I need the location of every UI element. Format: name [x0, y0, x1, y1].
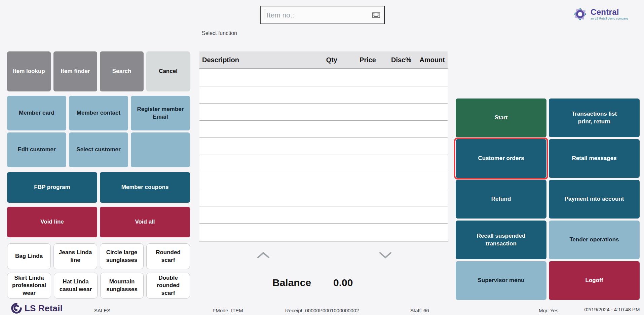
column-header-price: Price	[337, 56, 376, 64]
tender-operations-button[interactable]: Tender operations	[549, 221, 640, 259]
central-brand: Central an LS Retail demo company	[573, 7, 628, 22]
select-function-label: Select function	[202, 30, 237, 36]
select-customer-button[interactable]: Select customer	[69, 132, 128, 167]
member-button-row-1: Member cardMember contactRegister member…	[7, 96, 190, 130]
supervisor-menu-button[interactable]: Supervisor menu	[456, 261, 546, 300]
balance-label: Balance	[272, 277, 311, 288]
program-button-row: FBP programMember coupons	[7, 172, 190, 203]
central-logo-icon	[573, 7, 588, 22]
function-button-grid: StartTransactions list print, returnCust…	[456, 99, 640, 300]
member-coupons-button[interactable]: Member coupons	[100, 172, 190, 203]
rounded-scarf-button[interactable]: Rounded scarf	[146, 243, 190, 269]
scroll-up-button[interactable]	[256, 251, 271, 260]
receipt-row[interactable]	[199, 138, 448, 155]
void-button-row: Void lineVoid all	[7, 207, 190, 237]
receipt-row[interactable]	[199, 155, 448, 172]
column-header-description: Description	[202, 56, 304, 64]
ls-retail-logo-icon	[11, 303, 22, 314]
mountain-sunglasses-button[interactable]: Mountain sunglasses	[100, 273, 144, 299]
refund-button[interactable]: Refund	[456, 180, 546, 219]
status-manager: Mgr: Yes	[539, 308, 558, 313]
start-button[interactable]: Start	[456, 99, 546, 137]
fbp-program-button[interactable]: FBP program	[7, 172, 97, 203]
member-contact-button[interactable]: Member contact	[69, 96, 128, 130]
edit-customer-button[interactable]: Edit customer	[7, 132, 66, 167]
item-finder-button[interactable]: Item finder	[53, 51, 97, 91]
receipt-row[interactable]	[199, 69, 448, 86]
logoff-button[interactable]: Logoff	[549, 261, 640, 300]
search-button[interactable]: Search	[100, 51, 144, 91]
receipt-table: Description Qty Price Disc% Amount	[199, 51, 448, 241]
receipt-row[interactable]	[199, 172, 448, 189]
receipt-row[interactable]	[199, 104, 448, 121]
item-number-input[interactable]	[266, 11, 372, 19]
status-mode: SALES	[94, 308, 110, 313]
item-lookup-button[interactable]: Item lookup	[7, 51, 51, 91]
receipt-row[interactable]	[199, 224, 448, 241]
quick-item-row-2: Skirt Linda professional wearHat Linda c…	[7, 273, 190, 299]
void-all-button[interactable]: Void all	[100, 207, 190, 237]
column-header-disc: Disc%	[376, 56, 411, 64]
text-caret	[265, 10, 265, 20]
receipt-table-body	[199, 69, 448, 241]
retail-messages-button[interactable]: Retail messages	[549, 139, 640, 178]
status-datetime: 02/19/2024 - 4:10:48 PM	[583, 306, 641, 313]
void-line-button[interactable]: Void line	[7, 207, 97, 237]
receipt-row[interactable]	[199, 86, 448, 104]
balance-line: Balance 0.00	[272, 277, 353, 288]
receipt-row[interactable]	[199, 189, 448, 206]
transactions-list-print-return-button[interactable]: Transactions list print, return	[549, 99, 640, 137]
member-button-row-2: Edit customerSelect customer	[7, 132, 190, 167]
recall-suspended-transaction-button[interactable]: Recall suspended transaction	[456, 221, 546, 259]
item-number-field-wrap	[260, 6, 385, 24]
central-brand-tagline: an LS Retail demo company	[591, 17, 628, 20]
double-rounded-scarf-button[interactable]: Double rounded scarf	[146, 273, 190, 299]
receipt-row[interactable]	[199, 206, 448, 224]
pos-screen: { "header": { "item_input_placeholder": …	[0, 0, 644, 315]
status-receipt: Receipt: 00000P0001000000002	[285, 308, 359, 313]
chevron-down-icon	[379, 251, 392, 259]
receipt-table-header: Description Qty Price Disc% Amount	[199, 51, 448, 69]
status-staff: Staff: 66	[410, 308, 429, 313]
payment-into-account-button[interactable]: Payment into account	[549, 180, 640, 219]
column-header-amount: Amount	[411, 56, 445, 64]
member-card-button[interactable]: Member card	[7, 96, 66, 130]
status-fmode: FMode: ITEM	[213, 308, 243, 313]
blank-button[interactable]	[131, 132, 190, 167]
skirt-linda-professional-wear-button[interactable]: Skirt Linda professional wear	[7, 273, 51, 299]
customer-orders-button[interactable]: Customer orders	[456, 139, 546, 178]
ls-retail-logo: LS Retail	[11, 303, 63, 314]
circle-large-sunglasses-button[interactable]: Circle large sunglasses	[100, 243, 144, 269]
ls-retail-logo-text: LS Retail	[25, 303, 63, 314]
balance-value: 0.00	[333, 277, 353, 288]
hat-linda-casual-wear-button[interactable]: Hat Linda casual wear	[54, 273, 98, 299]
lookup-button-row: Item lookupItem finderSearchCancel	[7, 51, 190, 91]
quick-item-row-1: Bag LindaJeans Linda lineCircle large su…	[7, 243, 190, 269]
chevron-up-icon	[257, 251, 270, 259]
cancel-button[interactable]: Cancel	[146, 51, 190, 91]
jeans-linda-line-button[interactable]: Jeans Linda line	[53, 243, 97, 269]
keyboard-icon[interactable]	[372, 12, 380, 18]
bag-linda-button[interactable]: Bag Linda	[7, 243, 51, 269]
scroll-down-button[interactable]	[378, 251, 393, 260]
column-header-qty: Qty	[304, 56, 337, 64]
register-member-email-button[interactable]: Register member Email	[131, 96, 190, 130]
central-brand-name: Central	[591, 8, 628, 16]
receipt-row[interactable]	[199, 121, 448, 138]
